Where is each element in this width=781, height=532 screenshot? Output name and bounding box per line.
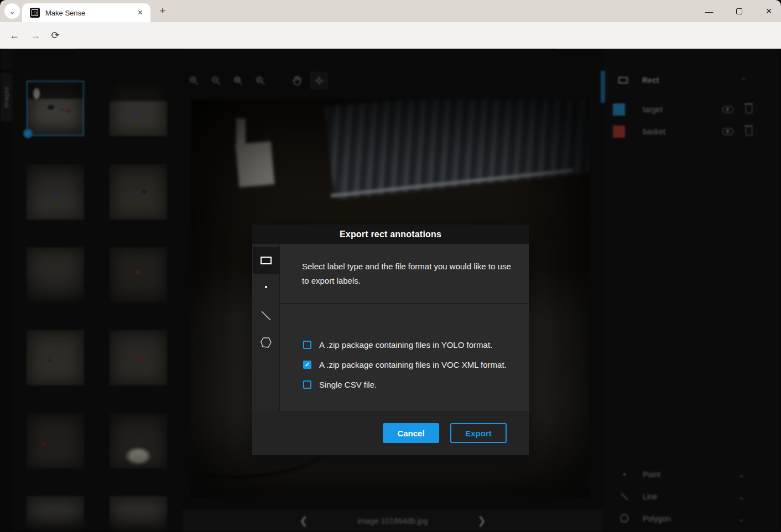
- modal-content: Select label type and the file format yo…: [280, 244, 529, 411]
- thumbnail[interactable]: [110, 330, 167, 385]
- thumbnail[interactable]: [110, 496, 167, 532]
- label-color-swatch: [613, 103, 625, 116]
- thumbnail[interactable]: ✓: [27, 81, 84, 136]
- line-section-title: Line: [643, 492, 738, 501]
- modal-footer: Cancel Export: [252, 411, 529, 455]
- checkbox-icon[interactable]: ✓: [303, 361, 311, 369]
- cancel-button[interactable]: Cancel: [383, 423, 439, 443]
- thumbnail[interactable]: [27, 330, 84, 385]
- thumbnail[interactable]: [110, 81, 167, 136]
- web-page: Make Sense ⚡ Actions Community Project N…: [0, 49, 781, 532]
- previous-image-icon[interactable]: ❮: [299, 515, 308, 527]
- point-section-header[interactable]: Point ⌄: [603, 466, 769, 483]
- thumbnail[interactable]: [27, 247, 84, 302]
- zoom-in-icon[interactable]: [186, 72, 202, 89]
- delete-trash-icon[interactable]: [746, 128, 752, 135]
- browser-toolbar: ← → ⟳ makesense.ai ☆ Tp G 2 C●●●● ⬡ ♫ ⋮: [0, 22, 781, 49]
- move-tool-icon[interactable]: [311, 72, 327, 89]
- point-icon: [616, 473, 633, 476]
- thumbnail[interactable]: [110, 164, 167, 220]
- rect-icon: [261, 257, 272, 264]
- minimize-button[interactable]: —: [702, 4, 716, 18]
- rect-type-button[interactable]: [253, 247, 279, 274]
- point-section-title: Point: [643, 470, 738, 479]
- thumbnail[interactable]: [110, 247, 167, 302]
- line-type-button[interactable]: [259, 309, 273, 322]
- zoom-fit-icon[interactable]: [230, 72, 247, 89]
- option-voc-xml[interactable]: ✓ A .zip package containing files in VOC…: [303, 360, 529, 369]
- rect-icon: [618, 77, 628, 84]
- visibility-eye-icon[interactable]: [722, 128, 733, 135]
- label-name: basket: [643, 127, 722, 136]
- polygon-type-button[interactable]: [259, 336, 273, 350]
- checkbox-icon[interactable]: ✓: [303, 380, 311, 389]
- new-tab-button[interactable]: +: [156, 4, 169, 18]
- polygon-section-title: Polygon: [643, 514, 738, 523]
- thumbnail-panel: ✓: [12, 49, 183, 532]
- export-button[interactable]: Export: [450, 423, 507, 443]
- label-row-target[interactable]: target: [603, 98, 769, 121]
- visibility-eye-icon[interactable]: [722, 106, 733, 113]
- images-tab-label: Images: [3, 86, 9, 108]
- next-image-icon[interactable]: ❯: [477, 515, 486, 527]
- chevron-down-icon[interactable]: ⌄: [738, 515, 744, 523]
- zoom-out-icon[interactable]: [208, 72, 225, 89]
- maximize-button[interactable]: [732, 4, 746, 18]
- makesense-favicon-icon: [30, 8, 40, 18]
- delete-trash-icon[interactable]: [746, 106, 752, 113]
- rect-section-header[interactable]: Rect ⌃: [603, 71, 769, 90]
- browser-window: ⌄ Make Sense × + — × ← → ⟳ makesense.ai …: [0, 0, 781, 532]
- forward-button[interactable]: →: [29, 29, 42, 42]
- label-name: target: [643, 105, 722, 114]
- option-yolo[interactable]: ✓ A .zip package containing files in YOL…: [303, 340, 529, 350]
- export-annotations-modal: Export rect annotations Select label typ…: [252, 225, 529, 455]
- modal-body: Select label type and the file format yo…: [252, 244, 529, 411]
- export-format-options: ✓ A .zip package containing files in YOL…: [280, 304, 529, 411]
- chevron-down-icon: ⌄: [9, 7, 15, 15]
- point-type-button[interactable]: [265, 286, 267, 288]
- labels-panel: Rect ⌃ target basket Point: [603, 49, 781, 532]
- window-controls: — ×: [702, 0, 775, 22]
- thumbnail[interactable]: [27, 413, 84, 468]
- line-section-header[interactable]: Line ⌄: [603, 488, 769, 505]
- polygon-section-header[interactable]: Polygon ⌄: [603, 510, 769, 527]
- chevron-down-icon[interactable]: ⌄: [738, 493, 744, 501]
- line-icon: [616, 492, 633, 502]
- thumbnail[interactable]: [27, 164, 84, 220]
- current-image-name: image 101664db.jpg: [358, 517, 428, 525]
- label-color-swatch: [613, 126, 625, 138]
- chevron-down-icon[interactable]: ⌄: [738, 471, 744, 479]
- zoom-max-icon[interactable]: [252, 72, 269, 89]
- reload-button[interactable]: ⟳: [49, 29, 62, 42]
- editor-toolbar: [186, 71, 327, 91]
- close-window-button[interactable]: ×: [762, 4, 775, 18]
- images-side-tab[interactable]: Images: [0, 73, 12, 122]
- modal-description: Select label type and the file format yo…: [280, 244, 529, 304]
- label-row-basket[interactable]: basket: [603, 121, 769, 143]
- label-type-strip: [252, 244, 280, 411]
- thumbnail[interactable]: [27, 496, 84, 532]
- polygon-icon: [616, 513, 633, 524]
- option-csv[interactable]: ✓ Single CSV file.: [303, 380, 529, 389]
- chevron-up-icon[interactable]: ⌃: [741, 76, 747, 85]
- image-nav-bar: ❮ image 101664db.jpg ❯: [183, 510, 603, 532]
- tab-search-button[interactable]: ⌄: [4, 3, 20, 19]
- option-label: Single CSV file.: [319, 380, 377, 389]
- browser-tab[interactable]: Make Sense ×: [22, 3, 150, 22]
- rect-section-title: Rect: [642, 76, 741, 85]
- tab-strip: ⌄ Make Sense × + — ×: [0, 0, 781, 22]
- back-button[interactable]: ←: [8, 29, 21, 42]
- modal-title: Export rect annotations: [252, 225, 529, 244]
- checkbox-icon[interactable]: ✓: [303, 341, 311, 349]
- thumbnail[interactable]: [110, 413, 167, 468]
- tab-title: Make Sense: [45, 9, 136, 17]
- selected-check-badge: ✓: [23, 129, 33, 138]
- option-label: A .zip package containing files in YOLO …: [319, 340, 492, 350]
- tab-close-icon[interactable]: ×: [136, 8, 145, 18]
- pan-hand-icon[interactable]: [289, 72, 305, 89]
- maximize-icon: [736, 8, 742, 14]
- option-label: A .zip package containing files in VOC X…: [319, 360, 507, 369]
